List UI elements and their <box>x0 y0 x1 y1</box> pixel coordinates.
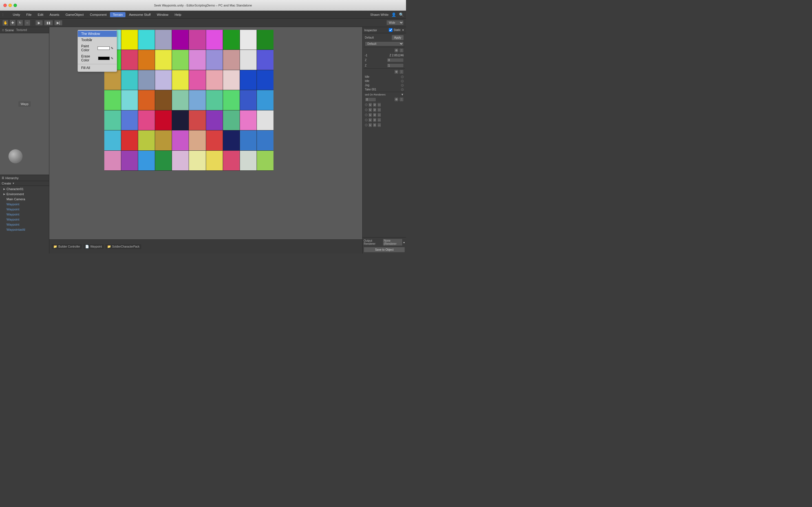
d-btn-5[interactable]: D <box>373 123 377 127</box>
color-cell-27[interactable] <box>223 70 240 90</box>
scene-tab[interactable]: □ Scene Textured <box>0 27 49 33</box>
color-cell-34[interactable] <box>172 90 189 110</box>
color-cell-40[interactable] <box>104 110 121 130</box>
color-cell-5[interactable] <box>189 30 206 50</box>
color-cell-66[interactable] <box>206 151 223 170</box>
bottom-item-builder[interactable]: 📁 Builder Controller <box>52 244 82 249</box>
color-cell-12[interactable] <box>138 50 155 69</box>
color-cell-53[interactable] <box>155 130 172 150</box>
dash-btn-4[interactable]: — <box>377 118 381 122</box>
color-cell-21[interactable] <box>121 70 138 90</box>
menu-assets[interactable]: Assets <box>47 12 62 17</box>
color-cell-18[interactable] <box>240 50 257 69</box>
popup-toolbar[interactable]: Toolbar <box>78 37 117 43</box>
color-cell-41[interactable] <box>121 110 138 130</box>
settings-icon-2[interactable]: ⋮ <box>399 48 404 53</box>
dash-btn-3[interactable]: — <box>377 113 381 117</box>
apply-button[interactable]: Apply <box>392 35 404 40</box>
hier-waypoint-3[interactable]: ▶ Waypoint <box>0 212 49 217</box>
color-cell-44[interactable] <box>172 110 189 130</box>
step-button[interactable]: ▶| <box>54 20 63 25</box>
hand-tool[interactable]: ✋ <box>2 20 8 26</box>
renderer-value[interactable] <box>365 98 376 102</box>
hier-main-camera[interactable]: ▶ Main Camera <box>0 196 49 202</box>
popup-erase-color[interactable]: Erase Color ✎ <box>78 53 117 63</box>
d-btn-2[interactable]: D <box>373 108 377 112</box>
menu-help[interactable]: Help <box>172 12 184 17</box>
static-dropdown-arrow[interactable]: ▼ <box>402 29 404 32</box>
static-check[interactable] <box>389 28 393 32</box>
pause-button[interactable]: ▮▮ <box>44 20 53 25</box>
static-checkbox[interactable]: Static ▼ <box>389 28 404 32</box>
color-cell-29[interactable] <box>257 70 273 90</box>
settings-icon-1[interactable]: ⚙ <box>394 48 399 53</box>
hier-waypoint-4[interactable]: ▶ Waypoint <box>0 217 49 222</box>
color-cell-39[interactable] <box>257 90 273 110</box>
dash-btn-1[interactable]: — <box>377 103 381 107</box>
color-cell-47[interactable] <box>223 110 240 130</box>
color-cell-17[interactable] <box>223 50 240 69</box>
layout-dropdown[interactable]: Wide Default Tall <box>386 20 404 25</box>
color-cell-55[interactable] <box>189 130 206 150</box>
u-btn-3[interactable]: U <box>368 113 372 117</box>
color-cell-42[interactable] <box>138 110 155 130</box>
menu-window[interactable]: Window <box>154 12 171 17</box>
color-cell-49[interactable] <box>257 110 273 130</box>
color-cell-58[interactable] <box>240 130 257 150</box>
save-to-object-button[interactable]: Save to Object <box>364 247 405 252</box>
color-cell-36[interactable] <box>206 90 223 110</box>
rotate-tool[interactable]: ↻ <box>17 20 23 26</box>
menu-component[interactable]: Component <box>87 12 109 17</box>
color-cell-38[interactable] <box>240 90 257 110</box>
color-cell-15[interactable] <box>189 50 206 69</box>
d-btn-1[interactable]: D <box>373 103 377 107</box>
z-input-2[interactable] <box>387 58 404 62</box>
color-cell-30[interactable] <box>104 90 121 110</box>
color-cell-61[interactable] <box>121 151 138 170</box>
popup-the-window[interactable]: The Window <box>78 31 117 37</box>
color-cell-23[interactable] <box>155 70 172 90</box>
menu-edit[interactable]: Edit <box>35 12 46 17</box>
color-cell-4[interactable] <box>172 30 189 50</box>
dash-btn-2[interactable]: — <box>377 108 381 112</box>
color-cell-31[interactable] <box>121 90 138 110</box>
bottom-item-soldier[interactable]: 📁 SoldierCharacterPack <box>105 244 141 249</box>
z-input-3[interactable] <box>387 63 404 68</box>
minimize-button[interactable] <box>8 4 12 7</box>
dash-btn-5[interactable]: — <box>377 123 381 127</box>
color-cell-6[interactable] <box>206 30 223 50</box>
color-cell-9[interactable] <box>257 30 273 50</box>
play-button[interactable]: ▶ <box>35 20 43 25</box>
search-icon[interactable]: 🔍 <box>399 12 404 17</box>
u-btn-5[interactable]: U <box>368 123 372 127</box>
d-btn-4[interactable]: D <box>373 118 377 122</box>
settings-icon-3[interactable]: ⚙ <box>394 69 399 74</box>
color-cell-25[interactable] <box>189 70 206 90</box>
menu-terrain[interactable]: Terrain <box>110 12 125 17</box>
color-cell-56[interactable] <box>206 130 223 150</box>
color-cell-57[interactable] <box>223 130 240 150</box>
menu-awesome-stuff[interactable]: Awesome Stuff <box>126 12 153 17</box>
color-cell-60[interactable] <box>104 151 121 170</box>
color-cell-65[interactable] <box>189 151 206 170</box>
color-cell-32[interactable] <box>138 90 155 110</box>
layer-dropdown[interactable]: Default <box>365 41 404 46</box>
popup-paint-color[interactable]: Paint Color ✎ <box>78 43 117 53</box>
color-cell-2[interactable] <box>138 30 155 50</box>
settings-icon-6[interactable]: ⋮ <box>399 97 404 102</box>
hier-waypoint-1[interactable]: ▶ Waypoint <box>0 202 49 207</box>
color-cell-37[interactable] <box>223 90 240 110</box>
bottom-item-waypoint[interactable]: 📄 Waypoint <box>84 244 103 249</box>
hier-waypoint-5[interactable]: ▶ Waypoint <box>0 222 49 227</box>
settings-icon-5[interactable]: ⚙ <box>394 97 399 102</box>
popup-menu[interactable]: The Window Toolbar Paint Color ✎ Erase C… <box>78 30 117 72</box>
color-cell-62[interactable] <box>138 151 155 170</box>
maximize-button[interactable] <box>13 4 17 7</box>
menu-gameobject[interactable]: GameObject <box>63 12 87 17</box>
color-cell-35[interactable] <box>189 90 206 110</box>
color-cell-67[interactable] <box>223 151 240 170</box>
color-cell-11[interactable] <box>121 50 138 69</box>
color-cell-20[interactable] <box>104 70 121 90</box>
color-cell-13[interactable] <box>155 50 172 69</box>
color-cell-8[interactable] <box>240 30 257 50</box>
